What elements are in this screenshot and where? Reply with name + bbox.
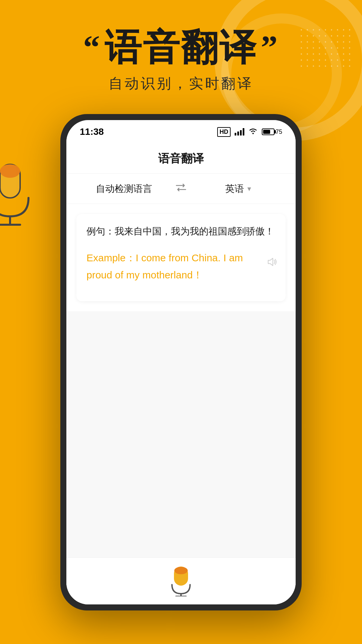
- target-language-selector[interactable]: 英语 ▾: [194, 182, 282, 195]
- quote-open-icon: “: [83, 31, 101, 64]
- source-language-text: 自动检测语言: [96, 182, 152, 195]
- language-selector[interactable]: 自动检测语言 英语 ▾: [66, 174, 296, 204]
- phone-mockup: 11:38 HD: [60, 114, 302, 610]
- quote-close-icon: ”: [261, 31, 279, 64]
- header: “ 语音翻译 ” 自动识别，实时翻译: [0, 27, 362, 93]
- status-time: 11:38: [80, 126, 104, 137]
- main-title-text: 语音翻译: [105, 27, 257, 67]
- translation-card: 例句：我来自中国，我为我的祖国感到骄傲！ Example：I come from…: [76, 214, 286, 301]
- status-bar: 11:38 HD: [66, 120, 296, 144]
- app-title: 语音翻译: [158, 151, 204, 166]
- main-title-row: “ 语音翻译 ”: [20, 27, 342, 67]
- svg-point-4: [252, 133, 254, 134]
- app-title-bar: 语音翻译: [66, 144, 296, 174]
- wifi-icon: [248, 127, 258, 137]
- translated-text: Example：I come from China. I am proud of…: [86, 249, 276, 283]
- hd-badge: HD: [217, 127, 231, 137]
- chevron-down-icon: ▾: [247, 184, 251, 193]
- signal-icon: [235, 128, 244, 136]
- source-language-selector[interactable]: 自动检测语言: [80, 182, 168, 195]
- battery-icon: 75: [262, 128, 282, 136]
- phone-screen: 11:38 HD: [66, 120, 296, 604]
- swap-languages-icon[interactable]: [175, 182, 187, 195]
- main-content-area: [66, 311, 296, 557]
- status-icons: HD: [217, 127, 282, 137]
- subtitle-text: 自动识别，实时翻译: [20, 74, 342, 93]
- mic-record-button[interactable]: [166, 566, 196, 596]
- bottom-bar: [66, 557, 296, 604]
- app-content: 语音翻译 自动检测语言 英语 ▾: [66, 144, 296, 604]
- side-mic-decoration: [0, 161, 37, 228]
- source-text: 例句：我来自中国，我为我的祖国感到骄傲！: [86, 224, 276, 239]
- phone-outer-frame: 11:38 HD: [60, 114, 302, 610]
- svg-rect-1: [0, 164, 20, 178]
- target-language-text: 英语: [225, 182, 244, 195]
- svg-rect-6: [174, 567, 188, 574]
- speaker-icon[interactable]: [266, 256, 278, 270]
